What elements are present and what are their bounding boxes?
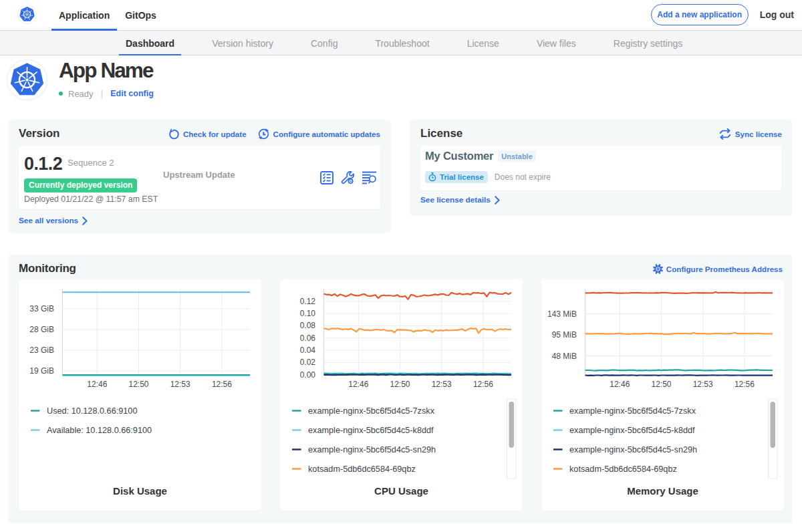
svg-text:19 GiB: 19 GiB bbox=[29, 366, 54, 376]
svg-text:12:53: 12:53 bbox=[170, 380, 190, 389]
svg-text:12:50: 12:50 bbox=[128, 380, 148, 389]
svg-text:143 MiB: 143 MiB bbox=[547, 309, 577, 319]
svg-text:95 MiB: 95 MiB bbox=[552, 330, 577, 340]
svg-text:example-nginx-5bc6f5d4c5-sn29h: example-nginx-5bc6f5d4c5-sn29h bbox=[569, 445, 697, 454]
svg-text:0.06: 0.06 bbox=[300, 334, 316, 343]
svg-text:12:46: 12:46 bbox=[610, 380, 630, 389]
svg-text:23 GiB: 23 GiB bbox=[29, 346, 54, 355]
svg-text:Memory Usage: Memory Usage bbox=[627, 485, 698, 497]
svg-text:48 MiB: 48 MiB bbox=[552, 352, 577, 361]
svg-text:Used: 10.128.0.66:9100: Used: 10.128.0.66:9100 bbox=[47, 406, 137, 416]
svg-text:12:56: 12:56 bbox=[734, 380, 755, 389]
svg-text:12:46: 12:46 bbox=[348, 380, 368, 389]
svg-text:12:56: 12:56 bbox=[473, 380, 493, 389]
svg-text:12:50: 12:50 bbox=[651, 380, 671, 389]
svg-text:33 GiB: 33 GiB bbox=[29, 304, 54, 313]
svg-text:12:46: 12:46 bbox=[87, 380, 107, 389]
svg-text:example-nginx-5bc6f5d4c5-k8ddf: example-nginx-5bc6f5d4c5-k8ddf bbox=[569, 426, 695, 435]
svg-text:0.04: 0.04 bbox=[300, 346, 316, 355]
svg-text:12:50: 12:50 bbox=[390, 380, 410, 389]
svg-text:Disk Usage: Disk Usage bbox=[113, 485, 167, 497]
svg-text:28 GiB: 28 GiB bbox=[29, 325, 54, 334]
svg-text:12:56: 12:56 bbox=[212, 380, 232, 389]
svg-text:example-nginx-5bc6f5d4c5-7zskx: example-nginx-5bc6f5d4c5-7zskx bbox=[569, 406, 696, 416]
svg-text:Available: 10.128.0.66:9100: Available: 10.128.0.66:9100 bbox=[47, 426, 152, 435]
svg-text:CPU Usage: CPU Usage bbox=[374, 485, 428, 497]
svg-text:example-nginx-5bc6f5d4c5-k8ddf: example-nginx-5bc6f5d4c5-k8ddf bbox=[308, 426, 434, 435]
svg-text:example-nginx-5bc6f5d4c5-7zskx: example-nginx-5bc6f5d4c5-7zskx bbox=[308, 406, 435, 416]
svg-text:example-nginx-5bc6f5d4c5-sn29h: example-nginx-5bc6f5d4c5-sn29h bbox=[308, 445, 436, 454]
svg-text:0.02: 0.02 bbox=[300, 358, 316, 367]
svg-text:0.00: 0.00 bbox=[300, 370, 316, 380]
svg-text:12:53: 12:53 bbox=[693, 380, 713, 389]
svg-text:0.12: 0.12 bbox=[300, 297, 316, 306]
svg-text:12:53: 12:53 bbox=[432, 380, 452, 389]
svg-text:kotsadm-5db6dc6584-69qbz: kotsadm-5db6dc6584-69qbz bbox=[308, 464, 416, 474]
svg-text:kotsadm-5db6dc6584-69qbz: kotsadm-5db6dc6584-69qbz bbox=[569, 464, 677, 474]
svg-text:0.10: 0.10 bbox=[300, 309, 316, 318]
svg-text:0.08: 0.08 bbox=[300, 321, 316, 330]
